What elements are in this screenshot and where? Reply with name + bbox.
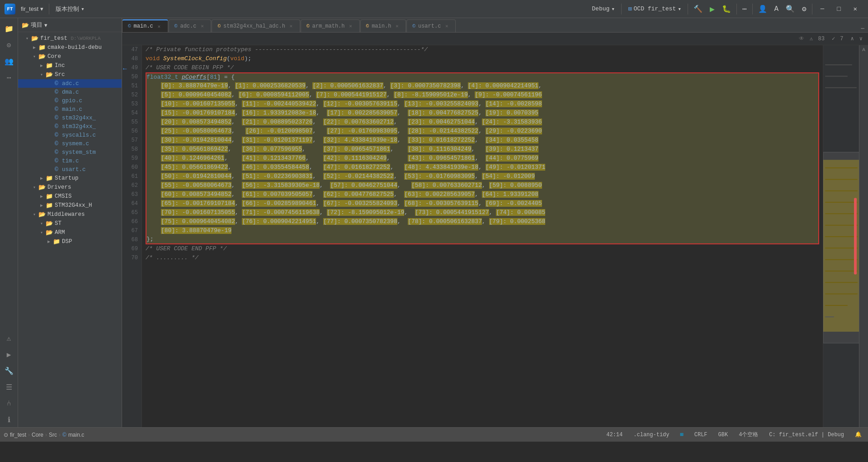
tree-item-stm1[interactable]: © stm32g4xx_ xyxy=(18,114,122,122)
breadcrumb-core[interactable]: Core xyxy=(32,432,43,438)
sidebar-item-debug[interactable]: 🔧 xyxy=(2,364,16,378)
tabs-more-btn[interactable]: ⋯ xyxy=(857,25,868,32)
sidebar-item-git[interactable]: ⑃ xyxy=(2,396,16,411)
account-btn[interactable]: 👤 xyxy=(755,3,771,15)
arrow-up-icon[interactable]: ∧ xyxy=(849,34,856,43)
run-btn[interactable]: ▶ xyxy=(706,2,718,16)
indent-setting[interactable]: 4个空格 xyxy=(736,428,761,442)
settings-btn[interactable]: ⚙ xyxy=(798,3,810,15)
tab-adcc[interactable]: © adc.c ✕ xyxy=(169,19,212,32)
tree-item-cmake[interactable]: ▶ 📁 cmake-build-debu xyxy=(18,43,122,52)
debug-btn[interactable]: 🐛 xyxy=(718,3,735,15)
editor-content: 47 48 ←49 50 51 52 53 54 55 56 57 58 59 … xyxy=(122,45,868,427)
check-count[interactable]: ✓ 7 xyxy=(830,34,847,43)
project-selector[interactable]: fir_test ▾ xyxy=(17,4,47,14)
sidebar-item-more[interactable]: ⋯ xyxy=(2,71,16,85)
close-btn[interactable]: ✕ xyxy=(847,0,863,18)
sidebar-item-commit[interactable]: ⊙ xyxy=(2,38,16,52)
tree-item-middlewares[interactable]: ▾ 📂 Middlewares xyxy=(18,210,122,219)
sidebar-item-warning[interactable]: ⚠ xyxy=(2,331,16,346)
file-c-icon: © xyxy=(52,132,61,138)
tree-item-stm2[interactable]: © stm32g4xx_ xyxy=(18,122,122,131)
tree-item-mainc[interactable]: © main.c xyxy=(18,105,122,114)
tree-item-gpioc[interactable]: © gpio.c xyxy=(18,96,122,105)
tree-item-tim[interactable]: © tim.c xyxy=(18,157,122,165)
file-c-icon: © xyxy=(52,97,61,104)
tree-item-startup[interactable]: ▶ 📁 Startup xyxy=(18,174,122,183)
sidebar-item-people[interactable]: 👥 xyxy=(2,54,16,69)
more-btn[interactable]: ⋯ xyxy=(739,3,750,15)
windows-icon-status[interactable]: ⊞ xyxy=(678,428,686,442)
tab-close-btn[interactable]: ✕ xyxy=(199,23,205,29)
folder-icon: 📁 xyxy=(45,175,53,182)
minimap[interactable] xyxy=(823,45,859,427)
sidebar-item-run[interactable]: ▶ xyxy=(2,348,16,362)
tab-close-btn[interactable]: ✕ xyxy=(156,23,162,29)
translate-btn[interactable]: A xyxy=(771,3,783,15)
tree-label: Middlewares xyxy=(47,211,85,218)
ocd-selector[interactable]: ⊞ OCD fir_test ▾ xyxy=(623,3,686,14)
breadcrumb-file[interactable]: main.c xyxy=(68,432,84,438)
line-ending[interactable]: CRLF xyxy=(692,428,710,442)
tree-label: gpio.c xyxy=(62,98,82,104)
tree-item-cmsis[interactable]: ▶ 📁 CMSIS xyxy=(18,192,122,201)
line-num-48: 48 xyxy=(122,54,142,63)
project-status[interactable]: C: fir_test.elf | Debug xyxy=(766,428,847,442)
tree-item-arm[interactable]: ▾ 📂 ARM xyxy=(18,228,122,237)
debug-selector[interactable]: Debug ▾ xyxy=(587,4,619,14)
eye-icon[interactable]: 👁 xyxy=(797,34,806,43)
minimize-btn[interactable]: ─ xyxy=(814,0,830,18)
side-icons: 📁 ⊙ 👥 ⋯ ⚠ ▶ 🔧 ☰ ⑃ ℹ xyxy=(0,18,18,427)
breadcrumb-src[interactable]: Src xyxy=(49,432,57,438)
warning-count[interactable]: ⚠ 83 xyxy=(808,34,828,43)
sidebar-item-project[interactable]: 📁 xyxy=(2,22,16,36)
tab-usartc[interactable]: © usart.c ✕ xyxy=(406,19,456,32)
tree-label: cmake-build-debu xyxy=(47,44,102,51)
sidebar-item-list[interactable]: ☰ xyxy=(2,380,16,395)
tree-item-usart[interactable]: © usart.c xyxy=(18,165,122,174)
version-control-btn[interactable]: 版本控制 ▾ xyxy=(51,3,89,15)
tab-close-btn[interactable]: ✕ xyxy=(394,23,400,29)
encoding[interactable]: GBK xyxy=(716,428,731,442)
tree-item-sysmem[interactable]: © sysmem.c xyxy=(18,139,122,148)
tab-armmath[interactable]: © arm_math.h ✕ xyxy=(301,19,360,32)
tree-item-stm32g4[interactable]: ▶ 📁 STM32G4xx_H xyxy=(18,201,122,210)
tree-item-st[interactable]: ▾ 📂 ST xyxy=(18,219,122,228)
notifications-btn[interactable]: 🔔 xyxy=(852,428,864,442)
tree-item-src[interactable]: ▾ 📂 Src xyxy=(18,70,122,79)
tree-item-inc[interactable]: ▶ 📁 Inc xyxy=(18,61,122,70)
tab-close-btn[interactable]: ✕ xyxy=(443,23,450,29)
code-line-47: /* Private function prototypes ---------… xyxy=(146,45,819,54)
tree-item-dsp[interactable]: ▶ 📁 DSP xyxy=(18,237,122,246)
cursor-position[interactable]: 42:14 xyxy=(604,428,625,442)
tree-item-drivers[interactable]: ▾ 📂 Drivers xyxy=(18,183,122,192)
sidebar-item-log[interactable]: ℹ xyxy=(2,413,16,427)
no-arrow xyxy=(45,81,52,86)
tree-item-syscalls[interactable]: © syscalls.c xyxy=(18,131,122,139)
tree-item-dmac[interactable]: © dma.c xyxy=(18,88,122,96)
tree-label: CMSIS xyxy=(55,193,72,200)
tab-mainh[interactable]: © main.h ✕ xyxy=(360,19,406,32)
tree-item-core[interactable]: ▾ 📂 Core xyxy=(18,52,122,61)
code-line-52: [5]: 0.0009640454082, [6]: 0.00085941120… xyxy=(146,90,819,100)
tree-item-system[interactable]: © system_stm xyxy=(18,148,122,157)
maximize-btn[interactable]: □ xyxy=(830,0,847,18)
tab-mainc[interactable]: © main.c ✕ xyxy=(122,19,168,32)
tab-label: arm_math.h xyxy=(312,23,345,29)
file-c-icon: © xyxy=(52,106,61,113)
search-btn[interactable]: 🔍 xyxy=(782,3,798,15)
project-tree-header[interactable]: 📂 项目 ▾ xyxy=(18,18,122,32)
right-icon-1[interactable]: A xyxy=(860,45,867,54)
arrow-down-icon[interactable]: ∨ xyxy=(858,34,864,43)
build-btn[interactable]: 🔨 xyxy=(690,3,706,15)
code-area[interactable]: /* Private function prototypes ---------… xyxy=(142,45,823,427)
tab-stm32h[interactable]: © stm32g4xx_hal_adc.h ✕ xyxy=(212,19,300,32)
tree-label: stm32g4xx_ xyxy=(62,115,96,121)
tab-close-btn[interactable]: ✕ xyxy=(348,23,354,29)
tree-item-adcc[interactable]: © adc.c xyxy=(18,79,122,88)
tree-item-fir_test[interactable]: ▾ 📂 fir_test D:\WORKPLA xyxy=(18,34,122,43)
breadcrumb-project[interactable]: fir_test xyxy=(10,432,26,438)
tab-label: main.c xyxy=(134,23,153,29)
tab-close-btn[interactable]: ✕ xyxy=(288,23,294,29)
linter-status[interactable]: .clang-tidy xyxy=(631,428,672,442)
